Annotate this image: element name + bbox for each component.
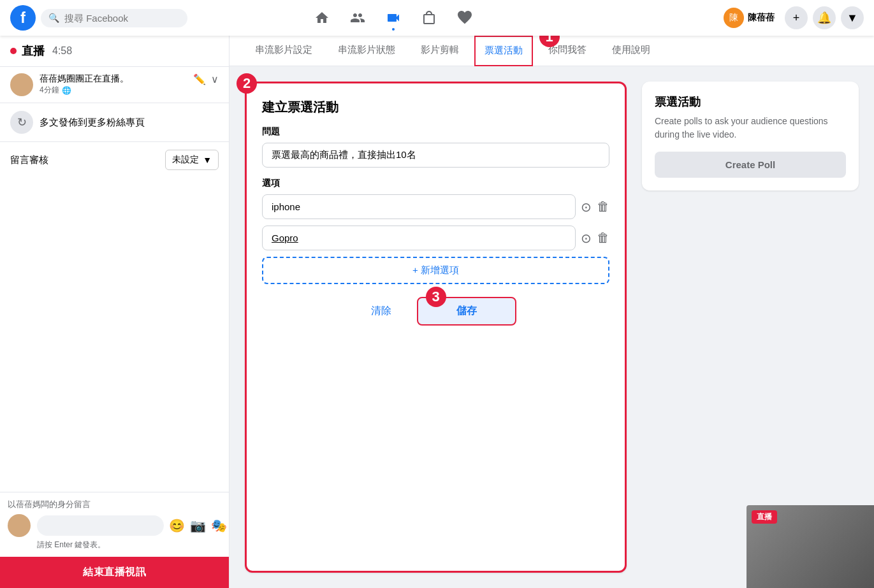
avatar: 陳 [724, 8, 744, 28]
nav-friends-button[interactable] [342, 3, 373, 33]
nav-marketplace-button[interactable] [414, 3, 444, 33]
repub-row[interactable]: ↻ 多文發佈到更多粉絲專頁 [0, 103, 229, 142]
comment-icons: 😊 📷 🎭 [169, 518, 227, 533]
end-live-button[interactable]: 結束直播視訊 [0, 557, 229, 588]
comment-user-row: 😊 📷 🎭 [8, 514, 221, 537]
comment-input[interactable] [37, 515, 164, 536]
live-header: 直播 4:58 [0, 36, 229, 67]
user-avatar-nav[interactable]: 陳 陳蓓蓓 [718, 5, 780, 31]
moderation-row: 留言審核 未設定 ▼ [0, 142, 229, 178]
right-panel: 票選活動 Create polls to ask your audience q… [642, 82, 859, 573]
user-actions: ✏️ ∨ [193, 73, 219, 85]
sub-nav: 1 串流影片設定 串流影片狀態 影片剪輯 票選活動 你問我答 使用說明 [229, 36, 874, 66]
user-info-row: 蓓蓓媽圈團正在直播。 4分鐘 ✏️ ∨ [0, 67, 229, 103]
poll-option-row-2: ⊙ 🗑 [262, 226, 609, 250]
moderation-select[interactable]: 未設定 ▼ [165, 150, 219, 170]
poll-question-input[interactable] [262, 143, 609, 168]
poll-info-card: 票選活動 Create polls to ask your audience q… [642, 82, 859, 190]
menu-button[interactable]: ▼ [841, 6, 864, 29]
option-1-delete-icon[interactable]: 🗑 [597, 199, 609, 214]
poll-actions: 3 清除 儲存 [262, 297, 609, 326]
user-meta-text: 蓓蓓媽圈團正在直播。 [40, 73, 187, 85]
option-2-check-icon[interactable]: ⊙ [581, 231, 592, 246]
annotation-3: 3 [426, 287, 446, 307]
left-sidebar: 直播 4:58 蓓蓓媽圈團正在直播。 4分鐘 ✏️ ∨ ↻ 多文發佈到更多粉絲專… [0, 36, 229, 588]
video-thumbnail: 直播 [747, 505, 874, 588]
poll-info-desc: Create polls to ask your audience questi… [655, 115, 846, 141]
nav-center [307, 3, 480, 33]
create-poll-button[interactable]: Create Poll [655, 152, 846, 178]
top-nav: f 🔍 陳 陳蓓蓓 + 🔔 ▼ [0, 0, 874, 36]
tab-clip[interactable]: 影片剪輯 [411, 36, 469, 66]
poll-option-row: ⊙ 🗑 [262, 194, 609, 219]
comment-identity-label: 以蓓蓓媽闆的身分留言 [8, 499, 221, 510]
comment-input-area: 以蓓蓓媽闆的身分留言 😊 📷 🎭 請按 Enter 鍵發表。 [0, 492, 229, 557]
live-timer: 4:58 [52, 45, 72, 57]
user-name: 陳蓓蓓 [748, 12, 775, 24]
comment-box-row: 😊 📷 🎭 [37, 515, 227, 536]
nav-video-button[interactable] [378, 3, 409, 33]
search-icon: 🔍 [48, 13, 59, 23]
tab-poll[interactable]: 票選活動 [474, 36, 533, 66]
comment-hint: 請按 Enter 鍵發表。 [37, 540, 221, 550]
poll-option-1-input[interactable] [262, 194, 576, 219]
globe-icon [62, 86, 71, 95]
dropdown-chevron-icon: ▼ [203, 155, 212, 165]
notifications-button[interactable]: 🔔 [813, 6, 836, 29]
gif-icon[interactable]: 📷 [190, 518, 206, 533]
poll-info-title: 票選活動 [655, 94, 846, 110]
user-meta-sub: 4分鐘 [40, 85, 187, 96]
chevron-down-icon[interactable]: ∨ [211, 73, 219, 85]
poll-form-title: 建立票選活動 [262, 99, 609, 116]
moderation-label: 留言審核 [10, 154, 48, 166]
live-indicator [10, 48, 17, 54]
repub-text: 多文發佈到更多粉絲專頁 [40, 117, 145, 129]
live-badge: 直播 [752, 510, 777, 524]
search-box[interactable]: 🔍 [41, 9, 187, 27]
search-input[interactable] [64, 13, 179, 24]
add-button[interactable]: + [785, 6, 808, 29]
option-2-delete-icon[interactable]: 🗑 [597, 231, 609, 245]
poll-option-2-input[interactable] [262, 226, 576, 250]
streamer-avatar [10, 73, 33, 96]
tab-stream-status[interactable]: 串流影片狀態 [328, 36, 405, 66]
nav-right: 陳 陳蓓蓓 + 🔔 ▼ [718, 5, 864, 31]
add-option-button[interactable]: + 新增選項 [262, 257, 609, 284]
chat-area [0, 178, 229, 492]
sticker-icon[interactable]: 🎭 [211, 518, 227, 533]
user-meta: 蓓蓓媽圈團正在直播。 4分鐘 [40, 73, 187, 96]
nav-dating-button[interactable] [449, 3, 480, 33]
tab-stream-settings[interactable]: 串流影片設定 [245, 36, 323, 66]
annotation-2: 2 [237, 73, 257, 94]
repub-icon: ↻ [10, 111, 33, 134]
nav-home-button[interactable] [307, 3, 337, 33]
poll-form: 2 建立票選活動 問題 選項 ⊙ 🗑 ⊙ 🗑 + 新增選項 [245, 82, 627, 573]
main-layout: 直播 4:58 蓓蓓媽圈團正在直播。 4分鐘 ✏️ ∨ ↻ 多文發佈到更多粉絲專… [0, 36, 874, 588]
tab-help[interactable]: 使用說明 [602, 36, 660, 66]
comment-avatar [8, 514, 31, 537]
live-title: 直播 [22, 43, 45, 59]
edit-icon[interactable]: ✏️ [193, 73, 206, 85]
facebook-logo: f [10, 5, 36, 31]
question-label: 問題 [262, 126, 609, 138]
options-label: 選項 [262, 178, 609, 189]
option-1-check-icon[interactable]: ⊙ [581, 199, 592, 215]
emoji-icon[interactable]: 😊 [169, 518, 185, 533]
clear-button[interactable]: 清除 [356, 298, 407, 324]
